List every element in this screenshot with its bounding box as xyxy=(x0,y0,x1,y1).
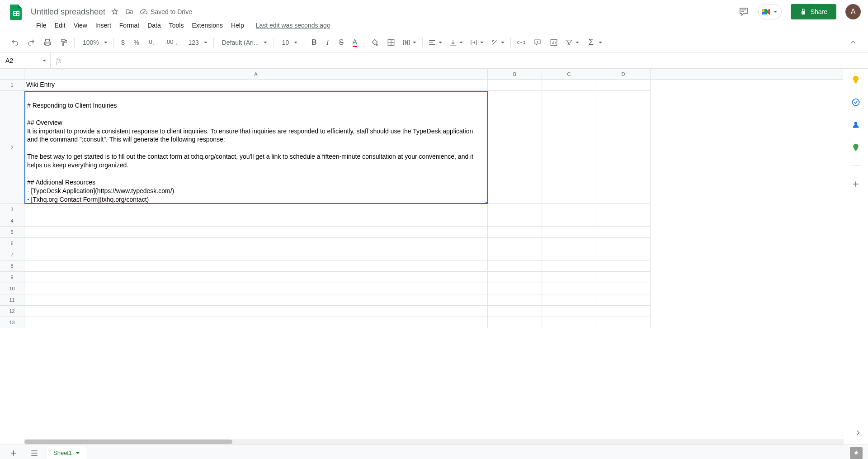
row-header-2[interactable]: 2 xyxy=(0,91,24,204)
cell-C7[interactable] xyxy=(542,249,596,260)
cell-C9[interactable] xyxy=(542,272,596,283)
explore-button[interactable] xyxy=(850,447,863,459)
name-box[interactable]: A2 xyxy=(0,52,51,68)
comment-history-icon[interactable] xyxy=(738,6,749,17)
merge-cells-dropdown[interactable] xyxy=(400,37,420,48)
cell-C6[interactable] xyxy=(542,238,596,249)
cell-B7[interactable] xyxy=(488,249,542,260)
row-header-13[interactable]: 13 xyxy=(0,317,24,328)
select-all-corner[interactable] xyxy=(0,69,24,79)
cell-A2[interactable]: # Responding to Client Inquiries ## Over… xyxy=(24,91,488,204)
document-title[interactable]: Untitled spreadsheet xyxy=(31,7,105,17)
cell-C4[interactable] xyxy=(542,215,596,227)
undo-icon[interactable] xyxy=(7,36,23,49)
cell-B9[interactable] xyxy=(488,272,542,283)
add-sheet-icon[interactable] xyxy=(5,447,22,459)
cell-A3[interactable] xyxy=(24,204,488,215)
menu-view[interactable]: View xyxy=(74,22,87,29)
cell-D3[interactable] xyxy=(596,204,651,215)
cell-D12[interactable] xyxy=(596,306,651,317)
tasks-icon[interactable] xyxy=(851,98,860,107)
last-edit-link[interactable]: Last edit was seconds ago xyxy=(256,22,330,29)
increase-decimal-button[interactable]: .00→ xyxy=(161,36,182,49)
cell-B8[interactable] xyxy=(488,260,542,272)
zoom-dropdown[interactable]: 100% xyxy=(77,37,111,48)
menu-data[interactable]: Data xyxy=(147,22,161,29)
cell-D10[interactable] xyxy=(596,283,651,294)
keep-icon[interactable] xyxy=(851,75,860,84)
cell-B5[interactable] xyxy=(488,227,542,238)
all-sheets-icon[interactable] xyxy=(26,447,42,459)
cell-D13[interactable] xyxy=(596,317,651,328)
col-header-D[interactable]: D xyxy=(596,69,651,79)
cell-D11[interactable] xyxy=(596,294,651,306)
cell-D4[interactable] xyxy=(596,215,651,227)
cell-B11[interactable] xyxy=(488,294,542,306)
menu-file[interactable]: File xyxy=(36,22,47,29)
cell-A10[interactable] xyxy=(24,283,488,294)
cell-B10[interactable] xyxy=(488,283,542,294)
contacts-icon[interactable] xyxy=(851,120,860,129)
cell-C1[interactable] xyxy=(542,80,596,91)
h-align-dropdown[interactable] xyxy=(425,37,445,48)
percent-button[interactable]: % xyxy=(130,36,143,49)
add-addon-icon[interactable] xyxy=(851,180,860,189)
cell-C12[interactable] xyxy=(542,306,596,317)
row-header-6[interactable]: 6 xyxy=(0,238,24,249)
italic-button[interactable]: I xyxy=(321,36,334,49)
functions-dropdown[interactable]: Σ xyxy=(583,36,605,49)
insert-link-icon[interactable] xyxy=(514,36,529,49)
cell-B13[interactable] xyxy=(488,317,542,328)
v-align-dropdown[interactable] xyxy=(446,37,466,48)
cell-B3[interactable] xyxy=(488,204,542,215)
currency-button[interactable]: $ xyxy=(117,36,129,49)
rotate-dropdown[interactable] xyxy=(488,37,508,48)
cell-A12[interactable] xyxy=(24,306,488,317)
cell-C10[interactable] xyxy=(542,283,596,294)
cell-A9[interactable] xyxy=(24,272,488,283)
row-header-5[interactable]: 5 xyxy=(0,227,24,238)
cell-D5[interactable] xyxy=(596,227,651,238)
cell-D2[interactable] xyxy=(596,91,651,204)
scrollbar-thumb[interactable] xyxy=(24,440,232,444)
text-color-button[interactable]: A xyxy=(349,36,361,49)
cell-C5[interactable] xyxy=(542,227,596,238)
star-icon[interactable] xyxy=(111,8,119,16)
filter-dropdown[interactable] xyxy=(562,37,582,48)
menu-insert[interactable]: Insert xyxy=(95,22,111,29)
col-header-B[interactable]: B xyxy=(488,69,542,79)
cell-A4[interactable] xyxy=(24,215,488,227)
cell-C11[interactable] xyxy=(542,294,596,306)
insert-comment-icon[interactable] xyxy=(530,36,545,49)
cell-C3[interactable] xyxy=(542,204,596,215)
row-header-9[interactable]: 9 xyxy=(0,272,24,283)
col-header-A[interactable]: A xyxy=(24,69,488,79)
cell-A7[interactable] xyxy=(24,249,488,260)
share-button[interactable]: Share xyxy=(791,4,836,19)
row-header-3[interactable]: 3 xyxy=(0,204,24,215)
menu-extensions[interactable]: Extensions xyxy=(192,22,222,29)
col-header-C[interactable]: C xyxy=(542,69,596,79)
horizontal-scrollbar[interactable] xyxy=(24,439,844,445)
cell-A13[interactable] xyxy=(24,317,488,328)
cell-C8[interactable] xyxy=(542,260,596,272)
cell-A8[interactable] xyxy=(24,260,488,272)
row-header-8[interactable]: 8 xyxy=(0,260,24,272)
cell-D8[interactable] xyxy=(596,260,651,272)
cell-B4[interactable] xyxy=(488,215,542,227)
cell-D6[interactable] xyxy=(596,238,651,249)
cell-D9[interactable] xyxy=(596,272,651,283)
font-size-dropdown[interactable]: 10 xyxy=(277,37,302,48)
cell-A1[interactable]: Wiki Entry xyxy=(24,80,488,91)
cell-B1[interactable] xyxy=(488,80,542,91)
decrease-decimal-button[interactable]: .0← xyxy=(144,36,161,49)
paint-format-icon[interactable] xyxy=(56,36,71,49)
move-icon[interactable] xyxy=(125,8,133,16)
row-header-11[interactable]: 11 xyxy=(0,294,24,306)
cell-A5[interactable] xyxy=(24,227,488,238)
cell-A11[interactable] xyxy=(24,294,488,306)
meet-button[interactable] xyxy=(758,4,782,19)
menu-tools[interactable]: Tools xyxy=(169,22,184,29)
avatar[interactable]: A xyxy=(845,4,861,19)
insert-chart-icon[interactable] xyxy=(546,36,561,49)
